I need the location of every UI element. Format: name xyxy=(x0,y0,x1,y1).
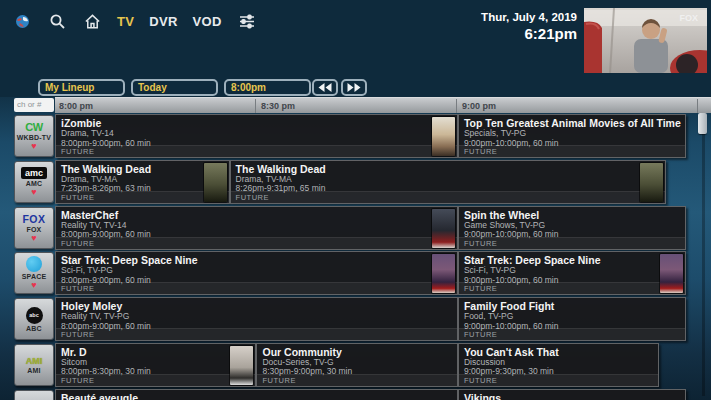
program-genre: Drama, TV-MA xyxy=(231,175,638,185)
program-title: Vikings xyxy=(459,390,685,400)
program-status-badge: FUTURE xyxy=(459,374,658,386)
channel-cell-wkbd-tv[interactable]: CWWKBD-TV♥ xyxy=(14,115,54,157)
channel-cell-space[interactable]: SPACE♥ xyxy=(14,252,54,294)
program-genre: Game Shows, TV-PG xyxy=(459,221,685,231)
program-status-badge: FUTURE xyxy=(231,191,666,203)
program-cell[interactable]: iZombieDrama, TV-148:00pm-9:00pm, 60 min… xyxy=(55,114,458,158)
program-cell[interactable]: Star Trek: Deep Space NineSci-Fi, TV-PG9… xyxy=(458,251,686,295)
program-cell[interactable]: The Walking DeadDrama, TV-MA7:23pm-8:26p… xyxy=(55,160,230,204)
program-grid: CWWKBD-TV♥iZombieDrama, TV-148:00pm-9:00… xyxy=(0,0,711,400)
channel-cell-blank[interactable] xyxy=(14,390,54,400)
cw-logo-icon: CW xyxy=(25,121,42,133)
program-title: Family Food Fight xyxy=(459,298,685,312)
scrollbar-track[interactable] xyxy=(702,113,705,396)
channel-cell-fox[interactable]: FOXFOX♥ xyxy=(14,207,54,249)
program-genre: Sci-Fi, TV-PG xyxy=(459,266,657,276)
program-genre: Discussion xyxy=(459,358,658,368)
channel-callsign: ABC xyxy=(26,325,42,332)
program-title: Beauté aveugle xyxy=(56,390,457,400)
fox-logo-icon: FOX xyxy=(22,213,45,225)
program-cell[interactable]: Vikings xyxy=(458,389,686,400)
channel-callsign: AMI xyxy=(27,367,40,374)
program-cell[interactable]: MasterChefReality TV, TV-148:00pm-9:00pm… xyxy=(55,206,458,250)
program-cell[interactable]: Our CommunityDocu-Series, TV-G8:30pm-9:0… xyxy=(256,343,457,387)
program-title: Our Community xyxy=(257,344,456,358)
walking-dead-poster-thumbnail xyxy=(204,163,227,202)
program-genre: Sitcom xyxy=(56,358,227,368)
program-title: Top Ten Greatest Animal Movies of All Ti… xyxy=(459,115,685,129)
program-title: Star Trek: Deep Space Nine xyxy=(56,252,429,266)
izombie-poster-thumbnail xyxy=(432,117,455,156)
program-cell[interactable]: Mr. DSitcom8:00pm-8:30pm, 30 minFUTURE xyxy=(55,343,256,387)
abc-logo-icon: abc xyxy=(26,307,43,324)
program-status-badge: FUTURE xyxy=(459,237,685,249)
program-status-badge: FUTURE xyxy=(459,145,685,157)
program-title: Spin the Wheel xyxy=(459,207,685,221)
amc-logo-icon: amc xyxy=(21,167,47,179)
program-genre: Sci-Fi, TV-PG xyxy=(56,266,429,276)
program-cell[interactable]: Holey MoleyReality TV, TV-PG8:00pm-9:00p… xyxy=(55,297,458,341)
program-title: Holey Moley xyxy=(56,298,457,312)
program-title: Mr. D xyxy=(56,344,227,358)
masterchef-poster-thumbnail xyxy=(432,209,455,248)
program-status-badge: FUTURE xyxy=(56,145,457,157)
program-cell[interactable]: Beauté aveugle xyxy=(55,389,458,400)
channel-callsign: FOX xyxy=(27,226,42,233)
favorite-heart-icon: ♥ xyxy=(31,234,36,243)
program-status-badge: FUTURE xyxy=(459,282,685,294)
program-status-badge: FUTURE xyxy=(56,328,457,340)
program-genre: Reality TV, TV-PG xyxy=(56,312,457,322)
program-cell[interactable]: Family Food FightFood, TV-PG9:00pm-10:00… xyxy=(458,297,686,341)
channel-callsign: AMC xyxy=(26,180,43,187)
program-genre: Drama, TV-MA xyxy=(56,175,201,185)
channel-callsign: SPACE xyxy=(22,273,47,280)
program-cell[interactable]: Top Ten Greatest Animal Movies of All Ti… xyxy=(458,114,686,158)
program-status-badge: FUTURE xyxy=(56,374,255,386)
program-genre: Drama, TV-14 xyxy=(56,129,429,139)
program-title: MasterChef xyxy=(56,207,429,221)
program-title: The Walking Dead xyxy=(231,161,638,175)
favorite-heart-icon: ♥ xyxy=(31,188,36,197)
program-status-badge: FUTURE xyxy=(459,328,685,340)
program-title: iZombie xyxy=(56,115,429,129)
program-cell[interactable]: The Walking DeadDrama, TV-MA8:26pm-9:31p… xyxy=(230,160,667,204)
program-title: You Can't Ask That xyxy=(459,344,658,358)
mr-d-poster-thumbnail xyxy=(230,346,253,385)
space-logo-icon xyxy=(26,256,42,272)
program-status-badge: FUTURE xyxy=(56,282,457,294)
program-status-badge: FUTURE xyxy=(56,191,229,203)
program-title: Star Trek: Deep Space Nine xyxy=(459,252,657,266)
program-genre: Docu-Series, TV-G xyxy=(257,358,456,368)
program-cell[interactable]: You Can't Ask ThatDiscussion9:00pm-9:30p… xyxy=(458,343,659,387)
program-genre: Food, TV-PG xyxy=(459,312,685,322)
program-genre: Reality TV, TV-14 xyxy=(56,221,429,231)
program-genre: Specials, TV-PG xyxy=(459,129,685,139)
favorite-heart-icon: ♥ xyxy=(31,142,36,151)
program-cell[interactable]: Star Trek: Deep Space NineSci-Fi, TV-PG8… xyxy=(55,251,458,295)
channel-callsign: WKBD-TV xyxy=(17,134,51,141)
ds9-poster-thumbnail xyxy=(432,254,455,293)
channel-cell-amc[interactable]: amcAMC♥ xyxy=(14,161,54,203)
program-status-badge: FUTURE xyxy=(56,237,457,249)
channel-cell-ami[interactable]: AMIAMI xyxy=(14,344,54,386)
program-cell[interactable]: Spin the WheelGame Shows, TV-PG9:00pm-10… xyxy=(458,206,686,250)
favorite-heart-icon: ♥ xyxy=(31,281,36,290)
channel-cell-abc[interactable]: abcABC xyxy=(14,298,54,340)
scrollbar-thumb[interactable] xyxy=(698,113,707,134)
ds9-poster-thumbnail xyxy=(660,254,683,293)
program-title: The Walking Dead xyxy=(56,161,201,175)
walking-dead-poster-thumbnail xyxy=(640,163,663,202)
program-status-badge: FUTURE xyxy=(257,374,456,386)
ami-logo-icon: AMI xyxy=(26,356,43,366)
